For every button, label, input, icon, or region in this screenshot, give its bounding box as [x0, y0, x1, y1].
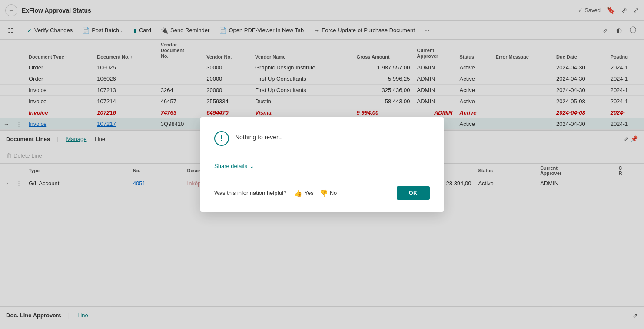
yes-button[interactable]: 👍 Yes	[294, 189, 313, 197]
chevron-down-icon: ⌄	[249, 163, 254, 169]
dialog-box: ! Nothing to revert. Share details ⌄ Was…	[200, 117, 444, 212]
dialog-header: ! Nothing to revert.	[214, 131, 430, 146]
dialog-message: Nothing to revert.	[235, 131, 282, 141]
thumbs-down-icon: 👎	[320, 189, 328, 197]
dialog-divider	[214, 155, 430, 155]
dialog-overlay: ! Nothing to revert. Share details ⌄ Was…	[0, 0, 644, 329]
ok-button[interactable]: OK	[397, 186, 430, 200]
no-button[interactable]: 👎 No	[320, 189, 337, 197]
share-details-button[interactable]: Share details ⌄	[214, 163, 430, 169]
dialog-divider-2	[214, 178, 430, 178]
feedback-question: Was this information helpful?	[214, 190, 286, 196]
dialog-footer: Was this information helpful? 👍 Yes 👎 No…	[214, 186, 430, 200]
thumbs-up-icon: 👍	[294, 189, 302, 197]
dialog-icon: !	[214, 131, 229, 146]
